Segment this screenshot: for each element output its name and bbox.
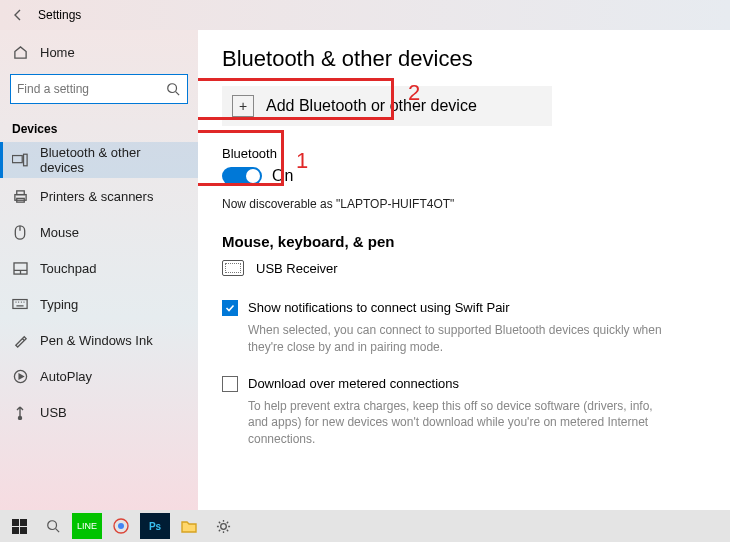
sidebar-item-typing[interactable]: Typing xyxy=(0,286,198,322)
taskbar: LINE Ps xyxy=(0,510,730,542)
titlebar: Settings xyxy=(0,0,730,30)
printer-icon xyxy=(12,188,28,204)
sidebar-item-usb[interactable]: USB xyxy=(0,394,198,430)
swift-pair-row: Show notifications to connect using Swif… xyxy=(222,300,706,316)
svg-point-14 xyxy=(220,523,226,529)
swift-pair-label: Show notifications to connect using Swif… xyxy=(248,300,510,315)
taskbar-explorer[interactable] xyxy=(174,513,204,539)
check-icon xyxy=(225,303,235,313)
devices-icon xyxy=(12,152,28,168)
toggle-knob xyxy=(246,169,260,183)
sidebar-section-label: Devices xyxy=(0,114,198,142)
windows-icon xyxy=(12,519,27,534)
sidebar-item-label: Printers & scanners xyxy=(40,189,153,204)
taskbar-search[interactable] xyxy=(38,513,68,539)
metered-checkbox[interactable] xyxy=(222,376,238,392)
swift-pair-checkbox[interactable] xyxy=(222,300,238,316)
sidebar-item-label: Touchpad xyxy=(40,261,96,276)
content-area: Bluetooth & other devices + Add Bluetoot… xyxy=(198,30,730,510)
svg-rect-2 xyxy=(24,154,28,166)
gear-icon xyxy=(216,519,231,534)
svg-point-11 xyxy=(48,521,57,530)
window-title: Settings xyxy=(38,8,81,22)
body: Home Devices Bluetooth & other devices P… xyxy=(0,30,730,510)
sidebar-item-touchpad[interactable]: Touchpad xyxy=(0,250,198,286)
svg-point-13 xyxy=(118,523,124,529)
svg-rect-1 xyxy=(12,156,22,163)
chrome-icon xyxy=(113,518,129,534)
arrow-left-icon xyxy=(11,8,25,22)
svg-rect-8 xyxy=(13,300,27,309)
svg-rect-4 xyxy=(16,190,24,194)
back-button[interactable] xyxy=(6,3,30,27)
taskbar-chrome[interactable] xyxy=(106,513,136,539)
usb-icon xyxy=(12,404,28,420)
sidebar-item-printers[interactable]: Printers & scanners xyxy=(0,178,198,214)
swift-pair-desc: When selected, you can connect to suppor… xyxy=(248,322,668,356)
sidebar-item-label: Bluetooth & other devices xyxy=(40,145,186,175)
pen-icon xyxy=(12,332,28,348)
taskbar-app-1[interactable]: LINE xyxy=(72,513,102,539)
sidebar-home[interactable]: Home xyxy=(0,34,198,70)
autoplay-icon xyxy=(12,368,28,384)
keyboard-icon xyxy=(12,296,28,312)
touchpad-icon xyxy=(12,260,28,276)
metered-label: Download over metered connections xyxy=(248,376,459,391)
sidebar-item-label: Mouse xyxy=(40,225,79,240)
sidebar-item-label: Pen & Windows Ink xyxy=(40,333,153,348)
sidebar-item-label: USB xyxy=(40,405,67,420)
search-input[interactable] xyxy=(17,82,157,96)
add-device-button[interactable]: + Add Bluetooth or other device xyxy=(222,86,552,126)
page-title: Bluetooth & other devices xyxy=(222,46,706,72)
taskbar-settings[interactable] xyxy=(208,513,238,539)
plus-icon: + xyxy=(232,95,254,117)
discoverable-text: Now discoverable as "LAPTOP-HUIFT4OT" xyxy=(222,197,706,211)
sidebar: Home Devices Bluetooth & other devices P… xyxy=(0,30,198,510)
mouse-icon xyxy=(12,224,28,240)
svg-point-10 xyxy=(19,417,22,420)
sidebar-item-mouse[interactable]: Mouse xyxy=(0,214,198,250)
sidebar-item-autoplay[interactable]: AutoPlay xyxy=(0,358,198,394)
search-box[interactable] xyxy=(10,74,188,104)
device-name: USB Receiver xyxy=(256,261,338,276)
toggle-state-label: On xyxy=(272,167,293,185)
settings-window: Settings Home Devices Bluetooth & other … xyxy=(0,0,730,510)
metered-desc: To help prevent extra charges, keep this… xyxy=(248,398,668,448)
taskbar-photoshop[interactable]: Ps xyxy=(140,513,170,539)
search-icon xyxy=(46,519,60,533)
keyboard-device-icon xyxy=(222,260,244,276)
bluetooth-toggle-row: On xyxy=(222,167,706,185)
sidebar-item-bluetooth[interactable]: Bluetooth & other devices xyxy=(0,142,198,178)
sidebar-item-pen[interactable]: Pen & Windows Ink xyxy=(0,322,198,358)
home-icon xyxy=(12,44,28,60)
bluetooth-toggle[interactable] xyxy=(222,167,262,185)
sidebar-item-label: Typing xyxy=(40,297,78,312)
mkp-heading: Mouse, keyboard, & pen xyxy=(222,233,706,250)
sidebar-home-label: Home xyxy=(40,45,75,60)
sidebar-item-label: AutoPlay xyxy=(40,369,92,384)
device-row[interactable]: USB Receiver xyxy=(222,260,706,276)
search-icon xyxy=(165,81,181,97)
add-device-label: Add Bluetooth or other device xyxy=(266,97,477,115)
bluetooth-label: Bluetooth xyxy=(222,146,706,161)
svg-point-0 xyxy=(168,84,177,93)
start-button[interactable] xyxy=(4,513,34,539)
metered-row: Download over metered connections xyxy=(222,376,706,392)
folder-icon xyxy=(181,519,197,533)
